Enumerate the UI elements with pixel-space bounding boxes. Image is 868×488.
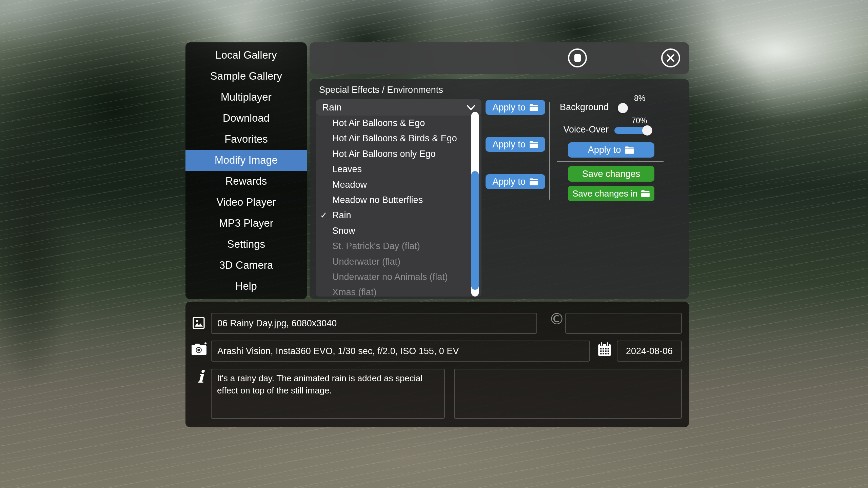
background-volume-value: 8% bbox=[615, 94, 665, 103]
sidebar-item-sample-gallery[interactable]: Sample Gallery bbox=[185, 66, 307, 87]
voiceover-slider-knob[interactable] bbox=[642, 125, 652, 136]
panel-title: Special Effects / Environments bbox=[319, 85, 443, 95]
dropdown-scrollbar-thumb[interactable] bbox=[471, 171, 479, 290]
environment-option-underwater-flat[interactable]: Underwater (flat) bbox=[316, 254, 481, 269]
copyright-field[interactable] bbox=[565, 313, 682, 334]
vertical-divider bbox=[549, 102, 550, 200]
description-field-2[interactable] bbox=[454, 369, 682, 419]
calendar-icon bbox=[597, 341, 612, 358]
main-menu-sidebar: Local GallerySample GalleryMultiplayerDo… bbox=[185, 42, 307, 299]
environment-option-xmas-flat[interactable]: Xmas (flat) bbox=[316, 285, 481, 297]
sidebar-item-rewards[interactable]: Rewards bbox=[185, 171, 307, 192]
sidebar-item-favorites[interactable]: Favorites bbox=[185, 129, 307, 150]
close-icon bbox=[666, 54, 675, 62]
folder-icon bbox=[529, 104, 538, 111]
environment-dropdown-list: Hot Air Balloons & EgoHot Air Balloons &… bbox=[316, 116, 481, 297]
environment-option-meadow-no-butterflies[interactable]: Meadow no Butterflies bbox=[316, 192, 481, 208]
folder-icon bbox=[529, 141, 538, 148]
folder-icon bbox=[641, 190, 650, 198]
environment-option-rain[interactable]: ✓Rain bbox=[316, 208, 481, 223]
copyright-icon: © bbox=[549, 310, 565, 328]
sidebar-item-settings[interactable]: Settings bbox=[185, 234, 307, 255]
camera-icon bbox=[190, 342, 208, 357]
sidebar-item-3d-camera[interactable]: 3D Camera bbox=[185, 255, 307, 276]
sidebar-item-local-gallery[interactable]: Local Gallery bbox=[185, 45, 307, 66]
environment-option-hot-air-balloons-only-ego[interactable]: Hot Air Balloons only Ego bbox=[316, 146, 481, 162]
special-effects-panel: Special Effects / Environments Rain Hot … bbox=[310, 79, 689, 299]
date-field[interactable]: 2024-08-06 bbox=[617, 341, 682, 362]
environment-option-hot-air-balloons-ego[interactable]: Hot Air Balloons & Ego bbox=[316, 116, 481, 131]
sidebar-item-help[interactable]: Help bbox=[185, 276, 307, 297]
environment-option-leaves[interactable]: Leaves bbox=[316, 162, 481, 177]
apply-to-folder-button-2[interactable]: Apply to bbox=[486, 137, 545, 152]
voiceover-volume-label: Voice-Over bbox=[558, 124, 609, 135]
top-toolbar bbox=[310, 42, 689, 74]
sidebar-item-download[interactable]: Download bbox=[185, 108, 307, 129]
environment-select-value: Rain bbox=[322, 102, 342, 113]
apply-to-folder-button-3[interactable]: Apply to bbox=[486, 174, 545, 189]
save-changes-in-folder-button[interactable]: Save changes in bbox=[568, 186, 654, 201]
image-icon bbox=[192, 316, 205, 330]
sidebar-item-multiplayer[interactable]: Multiplayer bbox=[185, 87, 307, 108]
apply-to-folder-button-main[interactable]: Apply to bbox=[568, 142, 654, 158]
filename-field[interactable]: 06 Rainy Day.jpg, 6080x3040 bbox=[211, 313, 537, 334]
garden-pavilion bbox=[670, 19, 868, 324]
stop-icon bbox=[574, 54, 581, 62]
sidebar-item-mp3-player[interactable]: MP3 Player bbox=[185, 213, 307, 234]
horizontal-divider bbox=[557, 161, 664, 162]
environment-option-hot-air-balloons-birds-ego[interactable]: Hot Air Balloons & Birds & Ego bbox=[316, 131, 481, 146]
checkmark-icon: ✓ bbox=[320, 208, 328, 223]
apply-to-folder-button-1[interactable]: Apply to bbox=[486, 100, 545, 115]
camera-info-field[interactable]: Arashi Vision, Insta360 EVO, 1/30 sec, f… bbox=[211, 341, 590, 362]
environment-select[interactable]: Rain bbox=[316, 99, 481, 116]
environment-option-snow[interactable]: Snow bbox=[316, 223, 481, 239]
sidebar-item-video-player[interactable]: Video Player bbox=[185, 192, 307, 213]
background-volume-label: Background bbox=[558, 102, 609, 113]
dropdown-scrollbar[interactable] bbox=[471, 112, 479, 297]
background-volume-slider[interactable] bbox=[615, 105, 665, 111]
voiceover-volume-value: 70% bbox=[614, 116, 664, 125]
background-slider-knob[interactable] bbox=[618, 103, 628, 113]
environment-option-underwater-no-animals-flat[interactable]: Underwater no Animals (flat) bbox=[316, 269, 481, 285]
sidebar-item-modify-image[interactable]: Modify Image bbox=[185, 150, 307, 171]
chevron-down-icon bbox=[467, 105, 475, 110]
environment-option-st-patrick-s-day-flat[interactable]: St. Patrick's Day (flat) bbox=[316, 239, 481, 254]
image-details-panel: 06 Rainy Day.jpg, 6080x3040 © Arashi Vis… bbox=[185, 302, 689, 427]
folder-icon bbox=[529, 178, 538, 186]
close-button[interactable] bbox=[661, 48, 680, 67]
description-field[interactable]: It's a rainy day. The animated rain is a… bbox=[211, 369, 445, 419]
info-icon: i bbox=[194, 367, 207, 387]
voiceover-volume-slider[interactable] bbox=[614, 127, 664, 134]
stop-button[interactable] bbox=[568, 48, 587, 67]
folder-icon bbox=[625, 146, 634, 154]
environment-option-meadow[interactable]: Meadow bbox=[316, 177, 481, 192]
save-changes-button[interactable]: Save changes bbox=[568, 166, 654, 182]
